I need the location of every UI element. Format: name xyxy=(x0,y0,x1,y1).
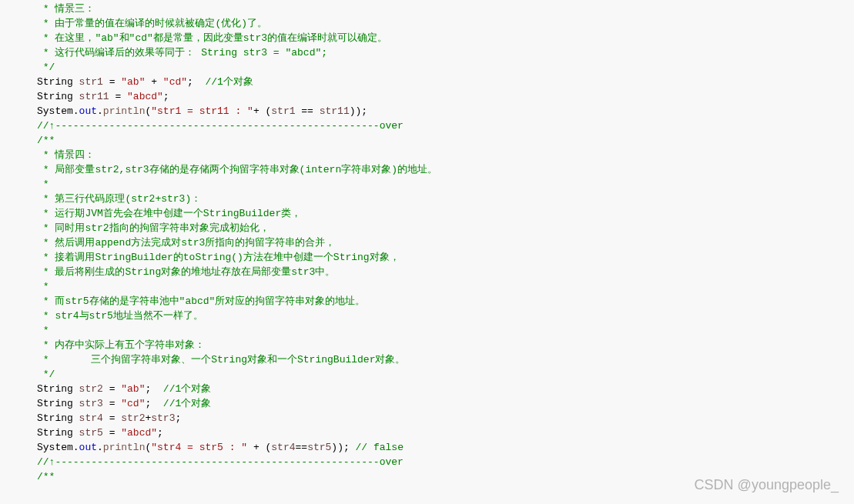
code-segment: == xyxy=(296,442,308,453)
code-line: * 接着调用StringBuilder的toString()方法在堆中创建一个S… xyxy=(37,250,854,265)
code-line: * xyxy=(37,279,854,294)
code-line: * 运行期JVM首先会在堆中创建一个StringBuilder类， xyxy=(37,206,854,221)
code-segment: ; xyxy=(163,91,169,102)
code-segment: "str1 = str11 : " xyxy=(151,105,253,117)
comment-text: * 局部变量str2,str3存储的是存储两个拘留字符串对象(intern字符串… xyxy=(37,164,437,175)
code-segment: ; xyxy=(145,398,162,409)
comment-text: * 由于常量的值在编译的时候就被确定(优化)了。 xyxy=(37,18,267,29)
code-segment: System. xyxy=(37,105,79,117)
code-segment: + xyxy=(145,76,162,88)
code-segment: // false xyxy=(356,442,404,453)
code-line: * str4与str5地址当然不一样了。 xyxy=(37,309,854,323)
code-segment: String xyxy=(37,91,79,102)
code-segment: str11 xyxy=(79,91,109,102)
code-line: String str2 = "ab"; //1个对象 xyxy=(37,382,854,396)
comment-text: * 最后将刚生成的String对象的堆地址存放在局部变量str3中。 xyxy=(37,266,335,278)
code-line: String str11 = "abcd"; xyxy=(37,89,854,104)
comment-text: */ xyxy=(37,62,55,73)
comment-text: * 然后调用append方法完成对str3所指向的拘留字符串的合并， xyxy=(37,237,335,249)
code-line: */ xyxy=(37,367,854,382)
comment-text: * 接着调用StringBuilder的toString()方法在堆中创建一个S… xyxy=(37,252,400,263)
code-segment: "str4 = str5 : " xyxy=(151,442,247,453)
code-segment: . xyxy=(97,442,103,453)
comment-text: /** xyxy=(37,471,55,482)
code-line: * 三个拘留字符串对象、一个String对象和一个StringBuilder对象… xyxy=(37,352,854,367)
code-line: String str1 = "ab" + "cd"; //1个对象 xyxy=(37,75,854,89)
code-segment: str1 xyxy=(79,76,103,88)
code-segment: println xyxy=(103,442,146,453)
code-segment: str3 xyxy=(151,412,175,424)
code-line: * 这行代码编译后的效果等同于： String str3 = "abcd"; xyxy=(37,45,854,60)
code-segment: String xyxy=(37,383,79,395)
code-segment: == xyxy=(296,105,320,117)
code-segment: = xyxy=(103,383,121,395)
code-segment: String xyxy=(37,427,79,439)
comment-text: * xyxy=(37,325,49,336)
comment-text: * 内存中实际上有五个字符串对象： xyxy=(37,339,205,351)
code-segment: "cd" xyxy=(163,76,187,88)
code-segment: = xyxy=(103,398,121,409)
code-line: * 最后将刚生成的String对象的堆地址存放在局部变量str3中。 xyxy=(37,265,854,279)
comment-text: //↑-------------------------------------… xyxy=(37,120,404,132)
comment-text: * 在这里，"ab"和"cd"都是常量，因此变量str3的值在编译时就可以确定。 xyxy=(37,32,387,44)
comment-text: * 情景四： xyxy=(37,149,95,161)
comment-text: * 而str5存储的是字符串池中"abcd"所对应的拘留字符串对象的地址。 xyxy=(37,295,365,307)
code-line: * xyxy=(37,323,854,338)
code-segment: str4 xyxy=(79,412,103,424)
code-segment: + ( xyxy=(247,442,271,453)
code-line: String str3 = "cd"; //1个对象 xyxy=(37,396,854,411)
code-segment: ; xyxy=(175,412,181,424)
code-segment: //1个对象 xyxy=(163,398,211,409)
code-line: System.out.println("str1 = str11 : "+ (s… xyxy=(37,104,854,118)
code-line: String str5 = "abcd"; xyxy=(37,426,854,440)
code-segment: "ab" xyxy=(121,76,145,88)
code-segment: str4 xyxy=(271,442,295,453)
code-segment: )); xyxy=(350,105,367,117)
code-line: * 情景三： xyxy=(37,2,854,16)
code-line: String str4 = str2+str3; xyxy=(37,411,854,426)
code-segment: str2 xyxy=(79,383,103,395)
code-segment: str3 xyxy=(79,398,103,409)
comment-text: * 同时用str2指向的拘留字符串对象完成初始化， xyxy=(37,222,270,234)
code-segment: = xyxy=(103,427,121,439)
comment-text: * xyxy=(37,179,49,190)
code-line: System.out.println("str4 = str5 : " + (s… xyxy=(37,440,854,455)
code-block: * 情景三： * 由于常量的值在编译的时候就被确定(优化)了。 * 在这里，"a… xyxy=(0,0,854,484)
code-segment: out xyxy=(79,105,97,117)
comment-text: * 情景三： xyxy=(37,3,95,15)
comment-text: * str4与str5地址当然不一样了。 xyxy=(37,310,203,322)
code-line: * 情景四： xyxy=(37,148,854,162)
code-segment: "cd" xyxy=(121,398,145,409)
code-segment: "abcd" xyxy=(121,427,157,439)
code-line: * 第三行代码原理(str2+str3)： xyxy=(37,192,854,206)
code-line: /** xyxy=(37,133,854,148)
code-segment: System. xyxy=(37,442,79,453)
code-segment: out xyxy=(79,442,97,453)
code-segment: ; xyxy=(145,383,162,395)
code-segment: ; xyxy=(157,427,163,439)
code-segment: str5 xyxy=(307,442,331,453)
code-segment: String xyxy=(37,76,79,88)
comment-text: * xyxy=(37,281,49,292)
code-segment: println xyxy=(103,105,146,117)
code-line: * 在这里，"ab"和"cd"都是常量，因此变量str3的值在编译时就可以确定。 xyxy=(37,31,854,45)
comment-text: /** xyxy=(37,135,55,146)
code-segment: )); xyxy=(331,442,355,453)
comment-text: * 这行代码编译后的效果等同于： String str3 = "abcd"; xyxy=(37,47,327,58)
code-segment: //1个对象 xyxy=(163,383,211,395)
code-line: */ xyxy=(37,60,854,75)
code-segment: str1 xyxy=(271,105,295,117)
code-segment: . xyxy=(97,105,103,117)
comment-text: * 三个拘留字符串对象、一个String对象和一个StringBuilder对象… xyxy=(37,354,405,365)
comment-text: */ xyxy=(37,369,55,380)
code-line: //↑-------------------------------------… xyxy=(37,118,854,133)
code-segment: = xyxy=(103,76,121,88)
code-line: * 由于常量的值在编译的时候就被确定(优化)了。 xyxy=(37,16,854,31)
code-line: * 而str5存储的是字符串池中"abcd"所对应的拘留字符串对象的地址。 xyxy=(37,294,854,309)
code-segment: "abcd" xyxy=(127,91,163,102)
code-line: * 同时用str2指向的拘留字符串对象完成初始化， xyxy=(37,221,854,235)
code-line: * 局部变量str2,str3存储的是存储两个拘留字符串对象(intern字符串… xyxy=(37,162,854,177)
code-line: * 内存中实际上有五个字符串对象： xyxy=(37,338,854,352)
code-segment: str2 xyxy=(121,412,145,424)
comment-text: * 运行期JVM首先会在堆中创建一个StringBuilder类， xyxy=(37,208,301,219)
